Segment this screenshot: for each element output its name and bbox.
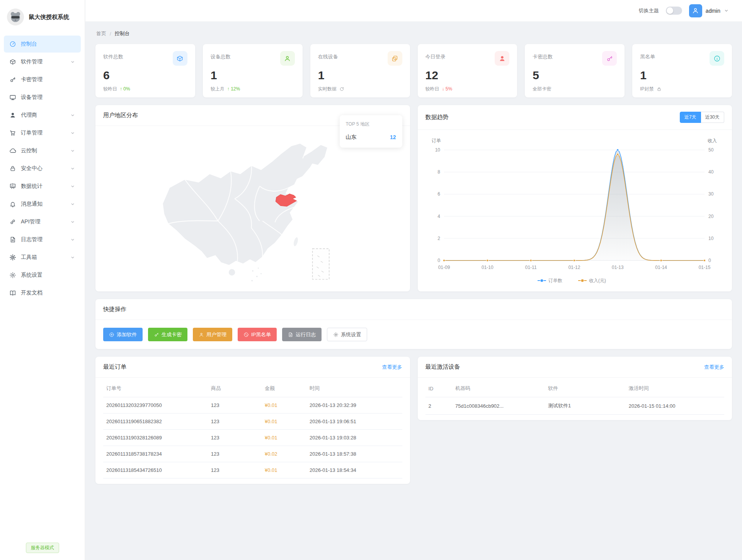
sidebar-item-0[interactable]: 控制台 (4, 36, 81, 53)
user-avatar-icon (689, 4, 702, 17)
table-row: 20260113190651882382123¥0.012026-01-13 1… (103, 414, 402, 430)
quick-action-label: 用户管理 (206, 331, 226, 338)
svg-text:01-10: 01-10 (481, 265, 493, 270)
stat-copy-icon (391, 55, 398, 62)
sidebar-item-3[interactable]: 设备管理 (4, 89, 81, 106)
app-logo: 鼠大侠授权系统 (0, 0, 85, 32)
top-regions-panel: TOP 5 地区 山东 12 (340, 115, 402, 148)
trend-tab-1[interactable]: 近30天 (701, 112, 724, 123)
sidebar-item-10[interactable]: API管理 (4, 213, 81, 230)
stat-subtitle: 实时数据 (318, 86, 402, 92)
quick-action-2[interactable]: 用户管理 (193, 328, 232, 341)
sidebar-item-1[interactable]: 软件管理 (4, 53, 81, 70)
chevron-down-icon (70, 201, 75, 207)
stat-trend: ↑ 12% (227, 86, 240, 92)
stat-user-filled-icon (499, 55, 506, 62)
stat-value: 1 (640, 69, 724, 82)
table-cell: 2026-01-13 20:32:39 (306, 397, 402, 414)
recent-devices-card: 最近激活设备 查看更多 ID机器码软件激活时间275d1c008346cb902… (418, 357, 732, 420)
sidebar-item-9[interactable]: 消息通知 (4, 196, 81, 213)
quick-action-3[interactable]: IP黑名单 (238, 328, 277, 341)
sidebar-item-11[interactable]: 日志管理 (4, 231, 81, 248)
gear-icon (333, 332, 339, 337)
table-col-header: 时间 (306, 380, 402, 397)
devices-view-more-link[interactable]: 查看更多 (704, 364, 724, 371)
svg-text:01-11: 01-11 (525, 265, 536, 270)
stat-value: 5 (533, 69, 617, 82)
sidebar-item-label: 云控制 (21, 147, 65, 154)
stat-subtitle: 较上月↑ 12% (211, 86, 295, 92)
sidebar-item-label: API管理 (21, 218, 65, 225)
stat-title: 卡密总数 (533, 51, 553, 60)
sidebar-item-7[interactable]: 安全中心 (4, 160, 81, 177)
sidebar-item-8[interactable]: 数据统计 (4, 178, 81, 195)
stat-title: 软件总数 (103, 51, 123, 60)
svg-text:50: 50 (708, 147, 714, 153)
table-cell: 123 (208, 414, 262, 430)
stat-value: 6 (103, 69, 187, 82)
chevron-down-icon (70, 112, 75, 118)
stat-info-icon (713, 55, 721, 62)
table-cell: 20260113190328126089 (103, 430, 208, 446)
quick-action-1[interactable]: 生成卡密 (148, 328, 187, 341)
table-cell: 20260113185434726510 (103, 462, 208, 478)
stat-card-5: 黑名单 1 IP封禁 (632, 44, 732, 97)
board-icon (9, 183, 16, 190)
table-cell: ¥0.01 (262, 414, 306, 430)
stat-value: 1 (211, 69, 295, 82)
stat-title: 在线设备 (318, 51, 338, 60)
sidebar-item-5[interactable]: 订单管理 (4, 124, 81, 141)
stat-box-icon (176, 55, 184, 62)
sidebar-item-label: 系统设置 (21, 272, 75, 279)
quick-action-0[interactable]: 添加软件 (103, 328, 143, 341)
svg-text:订单: 订单 (432, 138, 441, 143)
stat-title: 今日登录 (425, 51, 446, 60)
sidebar-item-14[interactable]: 开发文档 (4, 284, 81, 301)
gear-icon (9, 272, 16, 279)
breadcrumb-home[interactable]: 首页 (96, 30, 106, 37)
svg-text:0: 0 (437, 258, 440, 263)
sidebar-item-12[interactable]: 工具箱 (4, 249, 81, 266)
sidebar-item-label: 安全中心 (21, 165, 65, 172)
sidebar-item-4[interactable]: 代理商 (4, 107, 81, 124)
top-region-name: 山东 (346, 134, 357, 141)
stat-card-4: 卡密总数 5 全部卡密 (525, 44, 625, 97)
svg-text:10: 10 (435, 147, 440, 153)
breadcrumb-current: 控制台 (115, 30, 130, 37)
orders-view-more-link[interactable]: 查看更多 (382, 364, 402, 371)
svg-text:30: 30 (708, 191, 714, 197)
table-cell: 20260113190651882382 (103, 414, 208, 430)
trend-line-chart: 024681001020304050订单收入01-0901-1001-1101-… (422, 131, 726, 286)
table-row: 20260113203239770050123¥0.012026-01-13 2… (103, 397, 402, 414)
sidebar-item-6[interactable]: 云控制 (4, 142, 81, 159)
table-cell: 75d1c008346cb902... (452, 397, 545, 415)
cloud-icon (9, 147, 16, 154)
stat-title: 黑名单 (640, 51, 655, 60)
sidebar-item-13[interactable]: 系统设置 (4, 267, 81, 284)
table-cell: 20260113185738178234 (103, 446, 208, 462)
stat-user-icon (284, 55, 291, 62)
theme-toggle[interactable] (666, 7, 682, 15)
sidebar-item-2[interactable]: 卡密管理 (4, 71, 81, 88)
svg-text:01-13: 01-13 (611, 265, 623, 270)
username: admin (706, 8, 720, 14)
sidebar-nav: 控制台软件管理卡密管理设备管理代理商订单管理云控制安全中心数据统计消息通知API… (0, 32, 85, 305)
sidebar-item-label: 开发文档 (21, 289, 75, 296)
user-menu[interactable]: admin (689, 4, 729, 17)
trend-tab-0[interactable]: 近7天 (680, 112, 701, 123)
table-col-header: ID (425, 380, 453, 397)
table-row: 20260113190328126089123¥0.012026-01-13 1… (103, 430, 402, 446)
stat-card-1: 设备总数 1 较上月↑ 12% (203, 44, 303, 97)
quick-action-5[interactable]: 系统设置 (327, 328, 367, 341)
quick-actions-title: 快捷操作 (103, 306, 126, 313)
table-cell: 2026-01-13 18:57:38 (306, 446, 402, 462)
app-title: 鼠大侠授权系统 (29, 14, 69, 21)
chevron-down-icon (70, 59, 75, 65)
quick-action-4[interactable]: 运行日志 (282, 328, 322, 341)
table-col-header: 激活时间 (626, 380, 724, 397)
quick-actions-buttons: 添加软件生成卡密用户管理IP黑名单运行日志系统设置 (95, 320, 732, 349)
table-cell: 123 (208, 397, 262, 414)
top-region-row: 山东 12 (346, 134, 396, 141)
chevron-down-icon (70, 237, 75, 242)
table-cell: 2026-01-13 18:54:34 (306, 462, 402, 478)
